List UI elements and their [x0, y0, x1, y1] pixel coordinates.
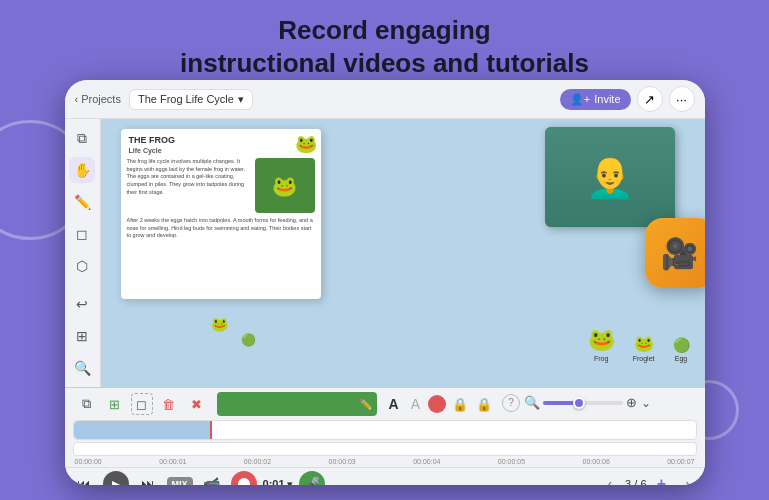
time-value: 0:01 — [263, 478, 285, 485]
time-display: 0:01 ▾ — [263, 478, 293, 486]
help-btn[interactable]: ? — [502, 394, 520, 412]
tablet-device: ‹ Projects The Frog Life Cycle ▾ 👤+ Invi… — [65, 80, 705, 485]
video-clip[interactable]: ✏️ — [217, 392, 377, 416]
text-tool-a1[interactable]: A — [385, 396, 403, 412]
tadpole-icon: 🐸 — [211, 316, 228, 332]
zoom-area: ? 🔍 ⊕ ⌄ — [502, 394, 651, 412]
content-area: ⧉ ✋ ✏️ ◻ ⬡ ↩ ⊞ 🔍 THE FROG Life Cycle The… — [65, 119, 705, 387]
lc-froglet: 🐸 Froglet — [633, 334, 655, 362]
project-tab[interactable]: The Frog Life Cycle ▾ — [129, 89, 253, 110]
layers-tool[interactable]: ⊞ — [69, 323, 95, 349]
pencil-tool[interactable]: ✏️ — [69, 189, 95, 215]
back-button[interactable]: ‹ Projects — [75, 93, 121, 105]
time-dropdown-icon[interactable]: ▾ — [287, 478, 293, 486]
add-clip-btn[interactable]: ⊞ — [103, 392, 127, 416]
timeline-timestamps: 00:00:00 00:00:01 00:00:02 00:00:03 00:0… — [73, 458, 697, 465]
egg-emoji: 🟢 — [673, 337, 690, 353]
prev-page-btn[interactable]: ‹ — [599, 473, 621, 485]
slide-document: THE FROG Life Cycle The frog life cycle … — [121, 129, 321, 299]
mic-icon: 🎤 — [303, 476, 320, 485]
froglet-emoji: 🐸 — [634, 334, 654, 353]
slide-title: THE FROG — [121, 129, 321, 147]
forward-icon: ⏭ — [141, 476, 155, 485]
share-button[interactable]: ↗ — [637, 86, 663, 112]
text-tool-a2[interactable]: A — [407, 396, 424, 412]
lock-icon1: 🔒 — [450, 397, 470, 412]
egg-label: Egg — [675, 355, 687, 362]
ts-4: 00:00:04 — [413, 458, 440, 465]
zoom-slider[interactable] — [543, 401, 623, 405]
toolbar-strip: ⧉ ⊞ ◻ 🗑 ✖ ✏️ A A 🔒 🔒 ? — [73, 392, 697, 416]
copy-tool[interactable]: ⧉ — [69, 125, 95, 151]
camera-icon: 📹 — [203, 476, 220, 485]
ts-6: 00:00:06 — [583, 458, 610, 465]
shape-tool[interactable]: ⬡ — [69, 253, 95, 279]
egg-cluster-icon: 🟢 — [241, 333, 256, 347]
playhead[interactable] — [210, 421, 212, 439]
ts-7: 00:00:07 — [667, 458, 694, 465]
frog-emoji: 🐸 — [588, 327, 615, 353]
mic-button[interactable]: 🎤 — [299, 471, 325, 485]
topbar: ‹ Projects The Frog Life Cycle ▾ 👤+ Invi… — [65, 80, 705, 119]
invite-label: Invite — [594, 93, 620, 105]
frog-label: Frog — [594, 355, 608, 362]
delete2-btn[interactable]: ✖ — [185, 392, 209, 416]
frog-top-right: 🐸 — [295, 133, 317, 155]
header-section: Record engaging instructional videos and… — [0, 0, 769, 79]
record-button-big[interactable]: 🎥 — [645, 218, 705, 288]
page-info: 3 / 6 — [625, 478, 646, 485]
froglet-label: Froglet — [633, 355, 655, 362]
user-plus-icon: 👤+ — [570, 93, 590, 106]
slide-body: The frog life cycle involves multiple ch… — [121, 158, 321, 213]
lifecycle-diagram: 🐸 Frog 🐸 Froglet 🟢 Egg — [588, 327, 690, 362]
dropdown-icon: ▾ — [238, 93, 244, 106]
zoom-fill — [543, 401, 575, 405]
delete-btn[interactable]: 🗑 — [157, 392, 181, 416]
frog-illustration-green: 🐸 — [255, 158, 315, 213]
mix-badge[interactable]: MIX — [167, 477, 193, 485]
zoom-tool[interactable]: 🔍 — [69, 355, 95, 381]
ts-3: 00:00:03 — [329, 458, 356, 465]
timeline-track-1[interactable] — [73, 420, 697, 440]
chevron-left-icon: ‹ — [75, 93, 79, 105]
slide-subtitle: Life Cycle — [121, 147, 321, 158]
timeline-track-2[interactable] — [73, 442, 697, 456]
lc-frog: 🐸 Frog — [588, 327, 615, 362]
back-label: Projects — [81, 93, 121, 105]
lc-egg: 🟢 Egg — [673, 337, 690, 362]
timeline-area: ⧉ ⊞ ◻ 🗑 ✖ ✏️ A A 🔒 🔒 ? — [65, 387, 705, 467]
record-dot[interactable] — [428, 395, 446, 413]
page-navigation: ‹ 3 / 6 + › — [599, 473, 698, 485]
more-icon: ··· — [676, 92, 687, 107]
slide-text: The frog life cycle involves multiple ch… — [127, 158, 249, 213]
webcam-feed: 👨‍🦲 — [545, 127, 675, 227]
record-circle-button[interactable] — [231, 471, 257, 485]
project-name: The Frog Life Cycle — [138, 93, 234, 105]
forward-button[interactable]: ⏭ — [135, 471, 161, 485]
copy-clip-btn[interactable]: ⧉ — [75, 392, 99, 416]
zoom-thumb[interactable] — [573, 397, 585, 409]
tablet-screen: ‹ Projects The Frog Life Cycle ▾ 👤+ Invi… — [65, 80, 705, 485]
ts-5: 00:00:05 — [498, 458, 525, 465]
invite-button[interactable]: 👤+ Invite — [560, 89, 631, 110]
add-page-btn[interactable]: + — [651, 473, 673, 485]
play-button[interactable]: ▶ — [103, 471, 129, 485]
camera-mode-btn[interactable]: 📹 — [199, 471, 225, 485]
rewind-button[interactable]: ⏮ — [71, 471, 97, 485]
expand-btn[interactable]: ⌄ — [641, 396, 651, 410]
header-line2: instructional videos and tutorials — [0, 47, 769, 80]
next-page-btn[interactable]: › — [677, 473, 699, 485]
play-icon: ▶ — [112, 478, 120, 486]
lock-icon2: 🔒 — [474, 397, 494, 412]
ts-2: 00:00:02 — [244, 458, 271, 465]
left-toolbar: ⧉ ✋ ✏️ ◻ ⬡ ↩ ⊞ 🔍 — [65, 119, 101, 387]
eraser-tool[interactable]: ◻ — [69, 221, 95, 247]
more-button[interactable]: ··· — [669, 86, 695, 112]
zoom-out-btn[interactable]: 🔍 — [524, 395, 540, 410]
hand-tool[interactable]: ✋ — [69, 157, 95, 183]
zoom-in-btn[interactable]: ⊕ — [626, 395, 637, 410]
select-btn[interactable]: ◻ — [131, 393, 153, 415]
record-inner-dot — [238, 478, 250, 485]
ts-0: 00:00:00 — [75, 458, 102, 465]
undo-tool[interactable]: ↩ — [69, 291, 95, 317]
